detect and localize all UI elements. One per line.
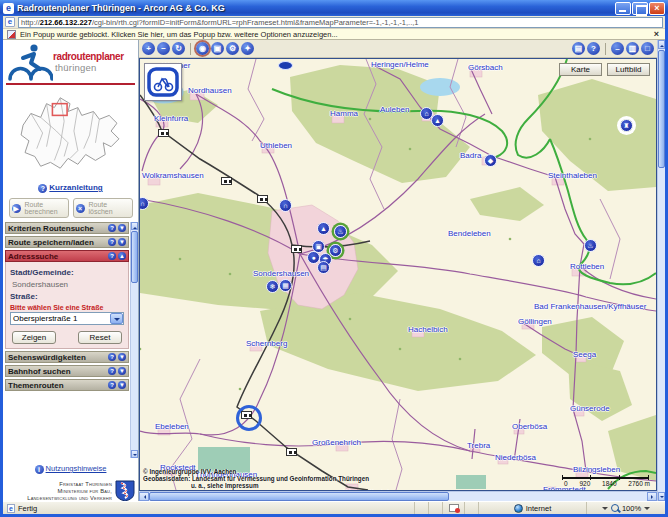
help-icon[interactable]: ? xyxy=(108,367,116,375)
street-hint: Bitte wählen Sie eine Straße xyxy=(10,304,124,311)
minimize-button[interactable] xyxy=(615,2,631,15)
show-button[interactable]: Zeigen xyxy=(12,331,56,344)
accordion: Kriterien Routensuche?▼Route speichern/l… xyxy=(5,222,129,393)
station-icon[interactable] xyxy=(291,245,302,253)
select-area-icon[interactable]: ▣ xyxy=(211,42,224,55)
help-icon[interactable]: ? xyxy=(108,381,116,389)
luftbild-button[interactable]: Luftbild xyxy=(607,63,650,76)
chevron-down-icon[interactable]: ▼ xyxy=(118,381,126,389)
scroll-right-icon[interactable] xyxy=(647,492,657,501)
section-themenrouten[interactable]: Themenrouten?▼ xyxy=(5,379,129,391)
section-bahnhof-suchen[interactable]: Bahnhof suchen?▼ xyxy=(5,365,129,377)
url-input[interactable]: http://212.66.132.227/cgi-bin/rth.cgi?fo… xyxy=(18,17,663,28)
poi-marker[interactable]: ▤ xyxy=(317,261,330,274)
section-route-speichern-laden[interactable]: Route speichern/laden?▼ xyxy=(5,236,129,248)
kurzanleitung-link[interactable]: Kurzanleitung xyxy=(49,183,102,192)
vertical-scrollbar[interactable] xyxy=(657,40,665,501)
map-viewport[interactable]: WertherNordhausenUthlebenKleinfurraWolkr… xyxy=(139,58,657,491)
help-icon[interactable]: ? xyxy=(108,252,116,260)
thuringia-overview-map[interactable] xyxy=(17,88,125,178)
section-label: Kriterien Routensuche xyxy=(8,224,106,233)
poi-marker[interactable]: ∩ xyxy=(279,199,292,212)
scrollbar-thumb[interactable] xyxy=(131,231,138,283)
poi-marker[interactable]: ▲ xyxy=(317,222,330,235)
help-icon[interactable]: ? xyxy=(108,353,116,361)
zoom-out-icon[interactable]: − xyxy=(157,42,170,55)
zoom-dropdown-icon[interactable] xyxy=(644,507,650,513)
scroll-down-icon[interactable] xyxy=(658,492,665,501)
chevron-down-icon[interactable] xyxy=(110,313,123,324)
map-help-icon[interactable]: ? xyxy=(587,42,600,55)
hscrollbar-thumb[interactable] xyxy=(149,492,449,501)
maximize-button[interactable] xyxy=(632,2,648,15)
refresh-icon[interactable]: ↻ xyxy=(172,42,185,55)
help-icon[interactable]: ? xyxy=(108,238,116,246)
sidebar-scrollbar[interactable] xyxy=(130,222,138,458)
zone-dropdown-icon[interactable] xyxy=(602,507,608,513)
popup-blocked-infobar[interactable]: Ein Popup wurde geblockt. Klicken Sie hi… xyxy=(3,29,665,40)
map-town-label: Kleinfurra xyxy=(154,114,188,123)
chevron-up-icon[interactable]: ▲ xyxy=(118,252,126,260)
print-icon[interactable]: ▤ xyxy=(572,42,585,55)
copyright-line: u. a., siehe Impressum xyxy=(191,482,369,489)
scroll-down-icon[interactable] xyxy=(131,450,138,458)
chevron-down-icon[interactable]: ▼ xyxy=(118,353,126,361)
page-icon: e xyxy=(5,17,15,27)
title-bar[interactable]: e Radroutenplaner Thüringen - Arcor AG &… xyxy=(0,0,668,16)
map-image[interactable] xyxy=(140,59,656,490)
infobar-close-icon[interactable]: × xyxy=(652,29,661,39)
copyright-line: © Ingenieurgruppe IVV, Aachen xyxy=(143,468,369,475)
poi-marker[interactable]: ▲ xyxy=(431,114,444,127)
fullscreen-icon[interactable]: □ xyxy=(641,42,654,55)
route-delete-button[interactable]: ×Route löschen xyxy=(73,198,133,218)
poi-marker[interactable]: ❄ xyxy=(266,280,279,293)
poi-marker[interactable]: ◆ xyxy=(484,154,497,167)
map-town-label: Heringen/Helme xyxy=(371,60,429,69)
poi-marker[interactable]: ⌂ xyxy=(532,254,545,267)
tools-icon[interactable]: ⚙ xyxy=(226,42,239,55)
scroll-left-icon[interactable] xyxy=(139,492,149,501)
help-icon[interactable]: ? xyxy=(108,224,116,232)
split-view-icon[interactable]: ▥ xyxy=(626,42,639,55)
close-button[interactable]: × xyxy=(649,2,665,15)
horizontal-scrollbar[interactable] xyxy=(139,491,657,501)
zoom-in-icon[interactable]: + xyxy=(142,42,155,55)
street-select[interactable]: Oberspierstraße 1 xyxy=(10,312,124,325)
station-icon[interactable] xyxy=(257,195,268,203)
reset-button[interactable]: Reset xyxy=(78,331,122,344)
map-town-label: Niederbösa xyxy=(495,453,536,462)
help-icon: ? xyxy=(38,184,47,193)
vscrollbar-thumb[interactable] xyxy=(658,50,665,168)
station-icon[interactable] xyxy=(221,177,232,185)
zoom-rect-icon[interactable]: ◉ xyxy=(196,42,209,55)
chevron-down-icon[interactable]: ▼ xyxy=(118,224,126,232)
station-icon[interactable] xyxy=(286,448,297,456)
nutzungshinweise-link[interactable]: Nutzungshinweise xyxy=(46,464,107,473)
map-view-switch: KarteLuftbild xyxy=(559,63,650,76)
scroll-up-icon[interactable] xyxy=(131,222,138,230)
station-icon[interactable] xyxy=(241,411,252,419)
street-select-value: Oberspierstraße 1 xyxy=(11,314,110,323)
route-calculate-button[interactable]: ▶Route berechnen xyxy=(9,198,69,218)
section-adresssuche[interactable]: Adresssuche?▲ xyxy=(5,250,129,262)
ministry-line: Freistaat Thüringen xyxy=(27,481,112,488)
station-icon[interactable] xyxy=(158,129,169,137)
section-kriterien-routensuche[interactable]: Kriterien Routensuche?▼ xyxy=(5,222,129,234)
poi-marker[interactable]: ♜ xyxy=(620,119,633,132)
map-town-label: Oberbösa xyxy=(512,422,547,431)
poi-marker[interactable]: ▦ xyxy=(279,279,292,292)
scalebar-tick: 920 xyxy=(579,480,590,487)
popup-blocked-status-icon[interactable] xyxy=(449,504,459,512)
chevron-down-icon[interactable]: ▼ xyxy=(118,367,126,375)
section-sehensw-rdigkeiten[interactable]: Sehenswürdigkeiten?▼ xyxy=(5,351,129,363)
collapse-map-icon[interactable]: – xyxy=(611,42,624,55)
karte-button[interactable]: Karte xyxy=(559,63,602,76)
radroutenplaner-map-logo[interactable] xyxy=(144,63,182,101)
poi-marker[interactable]: ♨ xyxy=(584,239,597,252)
ministry-footer: Freistaat ThüringenMinisterium für Bau,L… xyxy=(27,480,135,501)
pan-icon[interactable]: ✦ xyxy=(241,42,254,55)
logo-subtitle: thüringen xyxy=(53,62,124,73)
chevron-down-icon[interactable]: ▼ xyxy=(118,238,126,246)
scroll-up-icon[interactable] xyxy=(658,40,665,49)
poi-marker[interactable]: ♨ xyxy=(334,225,347,238)
